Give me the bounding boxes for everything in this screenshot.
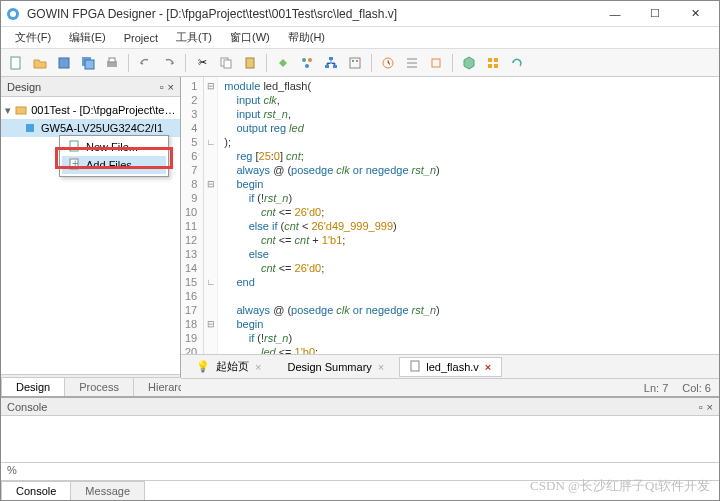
svg-point-1: [10, 11, 16, 17]
run-flow-icon[interactable]: [296, 52, 318, 74]
menu-help[interactable]: 帮助(H): [280, 28, 333, 47]
editor-tabs: 💡 起始页 × Design Summary × led_flash.v ×: [181, 354, 719, 378]
tab-label: Design Summary: [287, 361, 371, 373]
svg-rect-22: [488, 58, 492, 62]
paste-icon[interactable]: [239, 52, 261, 74]
save-all-icon[interactable]: [77, 52, 99, 74]
editor-tab-file[interactable]: led_flash.v ×: [399, 357, 502, 377]
tree-project-root[interactable]: ▾ 001Test - [D:\fpgaProject\test\00...: [1, 101, 180, 119]
toolbar: ✂: [1, 49, 719, 77]
menu-project[interactable]: Project: [116, 30, 166, 46]
bulb-icon: 💡: [196, 360, 210, 373]
code-editor[interactable]: 1234567891011121314151617181920212223 ⊟∟…: [181, 77, 719, 354]
menu-file[interactable]: 文件(F): [7, 28, 59, 47]
undock-icon[interactable]: ▫: [699, 401, 703, 413]
grid-icon[interactable]: [482, 52, 504, 74]
project-tree[interactable]: ▾ 001Test - [D:\fpgaProject\test\00... G…: [1, 97, 180, 374]
menu-bar: 文件(F) 编辑(E) Project 工具(T) 窗口(W) 帮助(H): [1, 27, 719, 49]
maximize-button[interactable]: ☐: [635, 2, 675, 26]
svg-point-11: [302, 58, 306, 62]
console-header: Console ▫ ×: [1, 398, 719, 416]
design-panel-tabs: Design Process Hierarchy: [1, 374, 180, 396]
cube-icon[interactable]: [458, 52, 480, 74]
redo-icon[interactable]: [158, 52, 180, 74]
close-button[interactable]: ✕: [675, 2, 715, 26]
svg-rect-23: [494, 58, 498, 62]
close-tab-icon[interactable]: ×: [378, 361, 384, 373]
netlist-icon[interactable]: [401, 52, 423, 74]
svg-rect-5: [85, 60, 94, 69]
menu-tools[interactable]: 工具(T): [168, 28, 220, 47]
menu-edit[interactable]: 编辑(E): [61, 28, 114, 47]
svg-rect-27: [26, 124, 34, 132]
close-tab-icon[interactable]: ×: [255, 361, 261, 373]
title-bar: GOWIN FPGA Designer - [D:\fpgaProject\te…: [1, 1, 719, 27]
chip-icon: [23, 121, 37, 135]
tab-design[interactable]: Design: [1, 377, 65, 396]
design-panel: Design ▫ × ▾ 001Test - [D:\fpgaProject\t…: [1, 77, 181, 396]
fold-gutter[interactable]: ⊟∟⊟∟⊟: [204, 77, 218, 354]
svg-point-12: [308, 58, 312, 62]
app-window: GOWIN FPGA Designer - [D:\fpgaProject\te…: [0, 0, 720, 501]
svg-rect-15: [325, 65, 329, 68]
status-line: Ln: 7: [644, 382, 668, 394]
expand-icon[interactable]: ▾: [5, 104, 11, 117]
tab-console[interactable]: Console: [1, 481, 71, 500]
svg-rect-18: [352, 60, 354, 62]
cut-icon[interactable]: ✂: [191, 52, 213, 74]
editor-area: 1234567891011121314151617181920212223 ⊟∟…: [181, 77, 719, 396]
svg-rect-2: [11, 57, 20, 69]
run-synthesis-icon[interactable]: [272, 52, 294, 74]
svg-rect-26: [16, 107, 26, 114]
tab-message[interactable]: Message: [70, 481, 145, 500]
save-icon[interactable]: [53, 52, 75, 74]
schematic-icon[interactable]: [425, 52, 447, 74]
close-tab-icon[interactable]: ×: [485, 361, 491, 373]
svg-rect-24: [488, 64, 492, 68]
new-icon[interactable]: [5, 52, 27, 74]
svg-rect-9: [224, 60, 231, 68]
tab-process[interactable]: Process: [64, 377, 134, 396]
open-icon[interactable]: [29, 52, 51, 74]
tree-item-label: 001Test - [D:\fpgaProject\test\00...: [31, 104, 176, 116]
design-panel-title: Design: [7, 81, 41, 93]
ip-icon[interactable]: [344, 52, 366, 74]
undock-icon[interactable]: ▫: [160, 81, 164, 93]
svg-rect-21: [432, 59, 440, 67]
svg-rect-3: [59, 58, 69, 68]
annotation-highlight: [55, 147, 173, 169]
minimize-button[interactable]: —: [595, 2, 635, 26]
editor-status-bar: Ln: 7 Col: 6: [181, 378, 719, 396]
svg-rect-14: [329, 57, 333, 60]
close-panel-icon[interactable]: ×: [168, 81, 174, 93]
svg-rect-16: [333, 65, 337, 68]
svg-rect-7: [109, 58, 115, 62]
svg-rect-17: [350, 58, 360, 68]
refresh-icon[interactable]: [506, 52, 528, 74]
svg-rect-25: [494, 64, 498, 68]
editor-tab-start[interactable]: 💡 起始页 ×: [185, 357, 272, 377]
editor-tab-summary[interactable]: Design Summary ×: [276, 357, 395, 377]
copy-icon[interactable]: [215, 52, 237, 74]
print-icon[interactable]: [101, 52, 123, 74]
file-icon: [410, 360, 420, 374]
project-icon: [15, 103, 27, 117]
svg-rect-10: [246, 58, 254, 68]
console-tabs: Console Message: [1, 480, 719, 500]
tree-item-label: GW5A-LV25UG324C2/I1: [41, 122, 163, 134]
console-panel: Console ▫ × % Console Message: [1, 396, 719, 500]
console-input[interactable]: %: [1, 462, 719, 480]
hierarchy-icon[interactable]: [320, 52, 342, 74]
timing-icon[interactable]: [377, 52, 399, 74]
app-logo-icon: [5, 6, 21, 22]
tab-label: led_flash.v: [426, 361, 479, 373]
line-gutter: 1234567891011121314151617181920212223: [181, 77, 204, 354]
code-content[interactable]: module led_flash( input clk, input rst_n…: [218, 77, 719, 354]
undo-icon[interactable]: [134, 52, 156, 74]
console-title: Console: [7, 401, 47, 413]
console-output[interactable]: [1, 416, 719, 462]
tab-label: 起始页: [216, 359, 249, 374]
close-panel-icon[interactable]: ×: [707, 401, 713, 413]
svg-point-13: [305, 64, 309, 68]
menu-window[interactable]: 窗口(W): [222, 28, 278, 47]
